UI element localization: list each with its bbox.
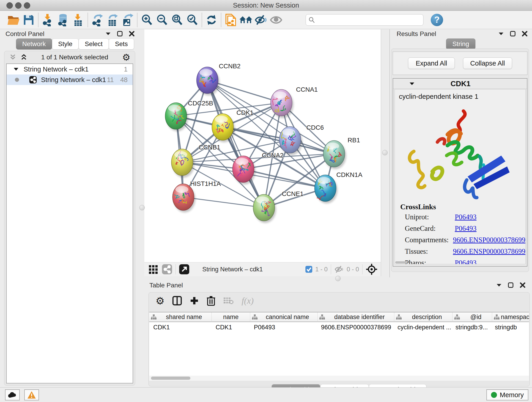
tab-select[interactable]: Select — [79, 38, 109, 50]
table-row[interactable]: CDK1CDK1P064939606.ENSP00000378699cyclin… — [149, 322, 529, 332]
import-network-file-button[interactable] — [40, 13, 56, 27]
network-node-CCNE1[interactable] — [253, 194, 276, 223]
column-header--id[interactable]: @id — [452, 313, 492, 322]
crosslink-value-link[interactable]: P06493 — [455, 259, 476, 264]
right-splitter-handle[interactable] — [382, 150, 388, 155]
export-table-button[interactable] — [105, 13, 120, 27]
expand-all-button[interactable]: Expand All — [408, 57, 455, 69]
network-node-CDKN1A[interactable] — [315, 175, 337, 204]
import-network-database-button[interactable] — [56, 13, 70, 27]
table-cell: stringdb:9... — [451, 322, 491, 332]
table-options-gear-icon[interactable]: ⚙ — [156, 295, 165, 307]
collapse-all-tree-icon[interactable] — [9, 54, 16, 61]
close-panel-icon[interactable] — [520, 282, 526, 288]
first-neighbors-button[interactable] — [238, 13, 253, 27]
create-column-icon[interactable] — [190, 296, 199, 305]
column-header-namespace[interactable]: namespace — [492, 313, 529, 322]
search-input[interactable] — [315, 16, 421, 24]
grid-view-icon[interactable] — [148, 264, 158, 274]
crosslink-value-link[interactable]: 9606.ENSP00000378699 — [453, 236, 525, 244]
network-node-CCNB1[interactable] — [171, 149, 194, 178]
crosslink-label: GeneCard: — [405, 224, 455, 233]
column-header-canonical-name[interactable]: canonical name — [250, 313, 317, 322]
refresh-icon — [206, 14, 217, 26]
crosslink-value-link[interactable]: 9606.ENSP00000378699 — [453, 247, 525, 255]
panel-menu-icon[interactable] — [496, 283, 502, 287]
float-panel-icon[interactable] — [508, 282, 514, 288]
close-panel-icon[interactable] — [129, 31, 135, 37]
string-import-button[interactable] — [223, 13, 238, 27]
function-builder-icon: f(x) — [241, 296, 254, 306]
node-label-RB1: RB1 — [348, 137, 360, 144]
export-network-button[interactable] — [90, 13, 105, 27]
results-panel-title: Results Panel — [397, 30, 436, 38]
tab-network[interactable]: Network — [16, 38, 52, 50]
left-splitter-handle[interactable] — [139, 205, 145, 211]
import-table-button[interactable] — [70, 13, 86, 27]
string-document-icon — [225, 13, 237, 27]
zoom-selected-button[interactable] — [185, 13, 200, 27]
birds-eye-view-icon[interactable] — [179, 264, 190, 274]
column-header-database-identifier[interactable]: database identifier — [317, 313, 394, 322]
node-label-CDC25B: CDC25B — [188, 100, 213, 107]
tab-sets[interactable]: Sets — [109, 38, 134, 50]
column-header-name[interactable]: name — [212, 313, 250, 322]
network-canvas[interactable]: CCNB2CCNA1CDC25BCDK1CDC6RB1CCNB1CCNA2CDK… — [144, 29, 381, 262]
panel-menu-icon[interactable] — [498, 32, 504, 35]
column-header-description[interactable]: description — [394, 313, 452, 322]
warnings-button[interactable] — [24, 389, 39, 400]
import-database-icon — [57, 13, 69, 26]
node-label-CDKN1A: CDKN1A — [336, 171, 362, 178]
selected-checkbox-icon[interactable] — [305, 266, 312, 273]
table-hscroll-thumb[interactable] — [151, 376, 190, 380]
hide-selected-button[interactable] — [253, 13, 268, 27]
network-node-CDK1[interactable] — [212, 114, 235, 142]
network-node-CCNA2[interactable] — [233, 156, 255, 185]
node-table[interactable]: shared namenamecanonical namedatabase id… — [149, 312, 529, 376]
network-options-gear-icon[interactable]: ⚙ — [122, 53, 130, 62]
bottom-splitter-handle[interactable] — [335, 276, 341, 281]
fit-content-crosshair-icon[interactable] — [366, 263, 378, 275]
network-node-RB1[interactable] — [323, 140, 346, 169]
column-header-shared-name[interactable]: shared name — [149, 313, 212, 322]
crosslink-label: Pharos: — [405, 259, 455, 264]
zoom-fit-button[interactable] — [170, 13, 185, 27]
tab-string[interactable]: String — [446, 38, 475, 50]
show-all-button[interactable] — [268, 13, 284, 27]
crosslink-row: GeneCard:P06493 — [405, 224, 525, 233]
open-session-button[interactable] — [6, 13, 21, 27]
network-collection-row[interactable]: String Network – cdk1 1 — [7, 64, 133, 75]
show-columns-icon[interactable] — [172, 296, 182, 306]
network-row[interactable]: String Network – cdk1 11 48 — [7, 75, 133, 85]
network-node-CCNB2[interactable] — [196, 67, 220, 96]
memory-button[interactable]: Memory — [486, 389, 528, 400]
crosslink-value-link[interactable]: P06493 — [455, 224, 476, 233]
automation-status-button[interactable] — [5, 389, 20, 400]
save-session-button[interactable] — [21, 13, 36, 27]
delete-column-icon[interactable] — [207, 296, 215, 306]
refresh-view-button[interactable] — [204, 13, 219, 27]
tab-style[interactable]: Style — [52, 38, 79, 50]
results-hscroll-thumb[interactable] — [395, 261, 407, 264]
float-panel-icon[interactable] — [510, 31, 516, 37]
float-panel-icon[interactable] — [117, 31, 123, 37]
export-image-button[interactable] — [120, 13, 135, 27]
section-collapse-icon[interactable] — [409, 82, 415, 85]
expand-all-tree-icon[interactable] — [20, 54, 27, 61]
collapse-all-button[interactable]: Collapse All — [463, 57, 512, 69]
zoom-out-button[interactable] — [154, 13, 170, 27]
tree-expander-icon[interactable] — [13, 68, 19, 71]
network-node-CCNA1[interactable] — [271, 89, 293, 118]
network-node-CDC6[interactable] — [279, 127, 302, 155]
crosslink-value-link[interactable]: P06493 — [455, 213, 476, 221]
node-label-CCNA2: CCNA2 — [262, 152, 284, 159]
network-node-HIST1H1A[interactable] — [172, 184, 196, 212]
protein-structure-image — [396, 102, 524, 203]
help-button[interactable]: ? — [431, 14, 443, 26]
crosslink-label: Compartments: — [405, 236, 453, 244]
zoom-in-button[interactable] — [139, 13, 154, 27]
table-hscroll-track[interactable] — [149, 376, 529, 381]
close-panel-icon[interactable] — [522, 31, 528, 37]
panel-menu-icon[interactable] — [105, 32, 111, 35]
network-list-view-icon[interactable] — [162, 264, 172, 274]
